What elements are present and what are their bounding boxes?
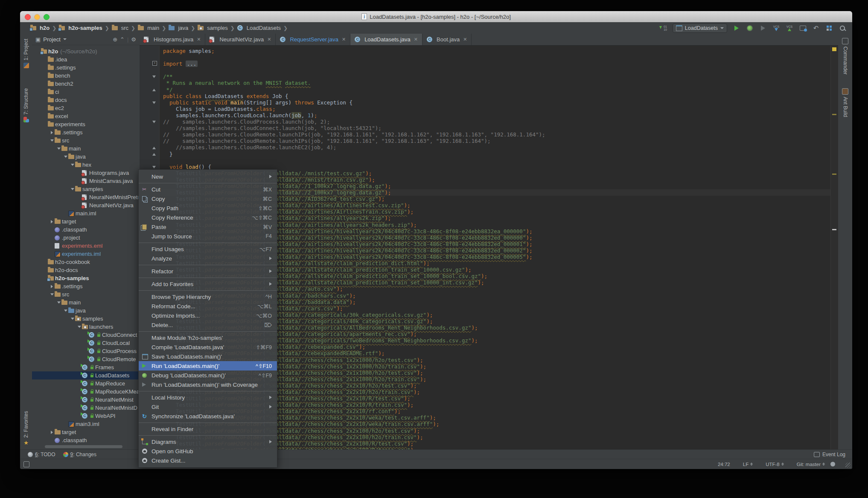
tree-item-MapReduceKMea[interactable]: CMapReduceKMea [32, 388, 140, 396]
code-line[interactable]: //samples.launchers.CloudConnect.launch(… [163, 125, 831, 131]
tree-item-samples[interactable]: samples [32, 185, 140, 193]
tree-item-hex[interactable]: hex [32, 161, 140, 169]
sort-lines-icon[interactable]: 0110 [659, 25, 667, 31]
gear-icon[interactable]: ⚙ [131, 36, 136, 43]
sidebar-item-commander[interactable]: Commander [838, 38, 852, 75]
code-line[interactable]: samples.launchers.CloudLocal.launch(job,… [163, 112, 831, 119]
tree-item-main[interactable]: main [32, 298, 140, 307]
menu-item-copy-path[interactable]: Copy Path⇧⌘C [139, 203, 277, 213]
breadcrumb-item-samples[interactable]: samples [198, 25, 227, 31]
sidebar-item-ant-build[interactable]: Ant Build [838, 88, 852, 117]
menu-item-cut[interactable]: ✂Cut⌘X [139, 185, 277, 194]
error-stripe-mark[interactable] [832, 229, 836, 230]
menu-item-refactor[interactable]: Refactor [139, 266, 277, 276]
tree-item-.project[interactable]: .project [32, 234, 140, 242]
inspections-icon[interactable] [830, 462, 835, 466]
menu-item-debug-loaddatasets-main-[interactable]: Debug 'LoadDatasets.main()'^⇧F9 [139, 371, 277, 380]
tree-item-h2o-cookbook[interactable]: h2o-cookbook [32, 258, 140, 266]
fold-marker-icon[interactable] [152, 87, 156, 91]
menu-item-compile-loaddatasets-java-[interactable]: Compile 'LoadDatasets.java'⇧⌘F9 [139, 342, 277, 352]
close-icon[interactable]: ✕ [342, 37, 346, 42]
code-line[interactable]: Class job = LoadDatasets.class; [163, 106, 831, 112]
error-stripe[interactable] [830, 46, 838, 450]
tree-item-CloudRemote[interactable]: CCloudRemote [32, 355, 140, 363]
code-line[interactable]: } [163, 151, 831, 157]
encoding-widget[interactable]: UTF-8 [766, 462, 784, 467]
menu-item-browse-type-hierarchy[interactable]: Browse Type Hierarchy^H [139, 292, 277, 301]
tree-item-bench2[interactable]: bench2 [32, 80, 140, 88]
titlebar[interactable]: j LoadDatasets.java - [h2o-samples] - h2… [20, 11, 852, 23]
menu-item-create-gist-[interactable]: Create Gist... [139, 456, 277, 465]
zoom-window-button[interactable] [44, 14, 50, 20]
code-line[interactable]: // samples.launchers.CloudRemote.launchI… [163, 138, 831, 144]
menu-item-new[interactable]: New [139, 172, 277, 181]
run-button[interactable] [733, 24, 740, 32]
vcs-update-button[interactable]: VCS [772, 24, 780, 32]
menu-item-find-usages[interactable]: Find Usages⌥F7 [139, 244, 277, 254]
run-configuration-select[interactable]: LoadDatasets [673, 23, 727, 33]
menu-item-add-to-favorites[interactable]: Add to Favorites [139, 279, 277, 289]
locate-file-icon[interactable]: ⊕ [113, 36, 117, 43]
tree-item-bench[interactable]: bench [32, 72, 140, 80]
close-window-button[interactable] [25, 14, 31, 20]
error-stripe-warning-mark[interactable] [832, 47, 836, 51]
line-ending-widget[interactable]: LF [743, 462, 753, 467]
tree-item-.settings[interactable]: .settings [32, 128, 140, 136]
collapse-all-icon[interactable]: ⌃ [120, 36, 125, 43]
tree-item-MnistCanvas.java[interactable]: MnistCanvas.java [32, 177, 140, 185]
breadcrumb-item-LoadDatasets[interactable]: CLoadDatasets [237, 25, 281, 31]
breadcrumb-item-main[interactable]: main [138, 25, 159, 31]
local-history-button[interactable] [799, 24, 807, 32]
tab-Boot.java[interactable]: CBoot.java✕ [422, 34, 472, 45]
code-line[interactable]: public static void main(String[] args) t… [163, 99, 831, 106]
error-stripe-mark[interactable] [832, 114, 836, 115]
tree-item-h2o-samples[interactable]: h2o-samples [32, 274, 140, 282]
menu-item-optimize-imports-[interactable]: Optimize Imports...⌥⌘O [139, 311, 277, 320]
menu-item-delete-[interactable]: Delete...⌦ [139, 320, 277, 330]
tree-item-Frames[interactable]: CFrames [32, 363, 140, 371]
tree-item-WebAPI[interactable]: CWebAPI [32, 412, 140, 420]
error-stripe-mark[interactable] [832, 174, 836, 175]
tree-item-excel[interactable]: excel [32, 112, 140, 120]
code-line[interactable]: /** [163, 73, 831, 80]
fold-marker-icon[interactable] [152, 119, 156, 123]
toolwindow-switcher-icon[interactable] [23, 461, 29, 467]
menu-item-reformat-code-[interactable]: Reformat Code...⌥⌘L [139, 301, 277, 311]
tree-item-h2o[interactable]: h2o (~/Source/h2o) [32, 47, 140, 55]
tree-item-.classpath[interactable]: .classpath [32, 226, 140, 234]
menu-item-open-on-github[interactable]: Open on GitHub [139, 446, 277, 456]
tree-item-CloudLocal[interactable]: CCloudLocal [32, 339, 140, 347]
fold-marker-icon[interactable] [152, 100, 156, 104]
close-icon[interactable]: ✕ [267, 37, 271, 42]
tree-item-src[interactable]: src [32, 136, 140, 145]
tree-item-.classpath[interactable]: .classpath [32, 436, 140, 444]
tree-item-.settings[interactable]: .settings [32, 64, 140, 72]
tab-LoadDatasets.java[interactable]: CLoadDatasets.java✕ [350, 34, 422, 45]
menu-item-make-module-h2o-samples-[interactable]: Make Module 'h2o-samples' [139, 333, 277, 342]
tab-Histograms.java[interactable]: Histograms.java✕ [140, 34, 205, 45]
tree-item-NeuralNetMnistD[interactable]: CNeuralNetMnistD [32, 404, 140, 412]
menu-item-reveal-in-finder[interactable]: Reveal in Finder [139, 424, 277, 434]
toolwindow-todo[interactable]: 6: TODO [28, 452, 55, 457]
vcs-commit-button[interactable]: VCS [786, 24, 793, 32]
sidebar-item-favorites[interactable]: 2: Favorites ★ [20, 411, 32, 446]
menu-item-local-history[interactable]: Local History [139, 393, 277, 402]
sidebar-item-project[interactable]: 1: Project [20, 39, 32, 68]
tree-item-main[interactable]: main [32, 145, 140, 153]
tree-item-java[interactable]: java [32, 307, 140, 315]
tree-item-experiments.iml[interactable]: experiments.iml [32, 250, 140, 258]
code-line[interactable]: */ [163, 87, 831, 93]
tab-RequestServer.java[interactable]: CRequestServer.java✕ [276, 34, 350, 45]
code-line[interactable]: * Runs a neural network on the MNIST dat… [163, 80, 831, 86]
tree-item-experiments[interactable]: experiments [32, 120, 140, 128]
tree-item-java[interactable]: java [32, 153, 140, 161]
close-icon[interactable]: ✕ [197, 37, 201, 42]
breadcrumb-item-src[interactable]: src [112, 25, 128, 31]
caret-position-widget[interactable]: 24:72 [718, 462, 730, 467]
breadcrumb-item-h2o[interactable]: h2o [30, 25, 50, 31]
fold-marker-icon[interactable]: + [152, 61, 157, 66]
tree-item-ec2[interactable]: ec2 [32, 104, 140, 112]
tree-item-.idea[interactable]: .idea [32, 55, 140, 64]
code-line[interactable]: package samples; [163, 48, 831, 54]
breadcrumb-item-java[interactable]: java [169, 25, 188, 31]
